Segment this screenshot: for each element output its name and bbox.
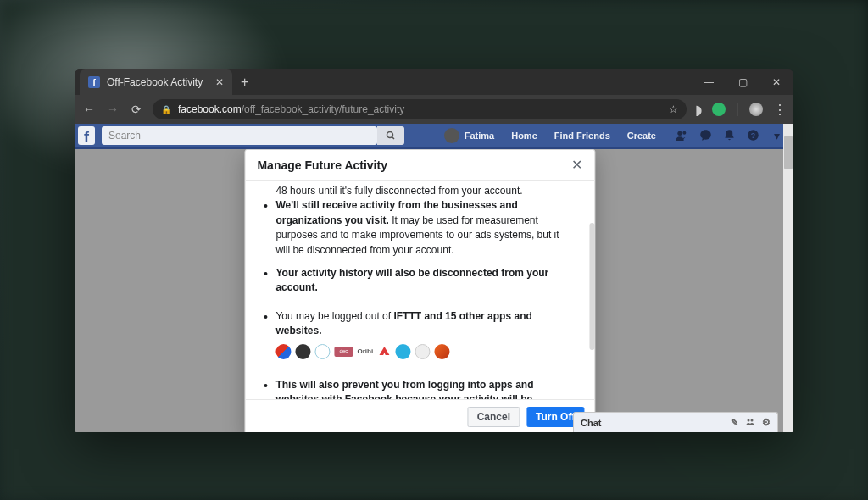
modal-bullet-prevent-login: This will also prevent you from logging … <box>275 378 589 399</box>
app-icon <box>275 344 291 359</box>
notifications-icon[interactable] <box>717 124 741 147</box>
search-input[interactable]: Search <box>102 126 377 145</box>
chat-settings-icon[interactable]: ⚙ <box>762 417 771 429</box>
svg-line-1 <box>392 136 395 139</box>
modal-bullet-logged-out: You may be logged out of IFTTT and 15 ot… <box>275 309 589 359</box>
svg-point-3 <box>682 131 686 134</box>
lock-icon: 🔒 <box>161 105 171 114</box>
facebook-header: f Search Fatima Home Find Friends Create <box>75 124 793 149</box>
search-placeholder: Search <box>108 130 141 142</box>
new-tab-button[interactable]: + <box>241 75 248 90</box>
messages-icon[interactable] <box>693 124 717 147</box>
avatar-icon <box>444 128 459 143</box>
browser-menu-icon[interactable]: ⋮ <box>773 102 787 118</box>
facebook-logo[interactable]: f <box>75 124 98 147</box>
friend-requests-icon[interactable] <box>670 124 693 147</box>
modal-bullet-history-disconnect: Your activity history will also be disco… <box>275 266 589 296</box>
modal-header: Manage Future Activity ✕ <box>245 150 594 181</box>
modal-title: Manage Future Activity <box>257 158 387 172</box>
profile-avatar-icon[interactable] <box>749 103 763 116</box>
nav-create[interactable]: Create <box>619 124 665 147</box>
modal-body: 48 hours until it's fully disconnected f… <box>245 181 594 399</box>
app-icon-oribi: Oribi <box>357 347 373 357</box>
nav-home[interactable]: Home <box>503 124 546 147</box>
browser-titlebar: f Off-Facebook Activity ✕ + — ▢ ✕ <box>75 69 793 95</box>
browser-tab[interactable]: f Off-Facebook Activity ✕ <box>80 69 232 95</box>
chat-compose-icon[interactable]: ✎ <box>731 417 738 429</box>
back-button[interactable]: ← <box>81 103 97 116</box>
chat-people-icon[interactable] <box>745 417 755 429</box>
modal-close-button[interactable]: ✕ <box>571 157 582 173</box>
modal-text-truncated: 48 hours until it's fully disconnected f… <box>257 184 589 198</box>
modal-bullet-receive-activity: We'll still receive activity from the bu… <box>275 198 589 258</box>
manage-future-activity-modal: Manage Future Activity ✕ 48 hours until … <box>244 149 595 432</box>
app-icon <box>314 344 330 359</box>
chat-bar[interactable]: Chat ✎ ⚙ <box>573 412 778 432</box>
url-domain: facebook.com <box>178 103 242 115</box>
help-icon[interactable]: ? <box>741 124 765 147</box>
facebook-favicon-icon: f <box>88 76 100 88</box>
tab-close-icon[interactable]: ✕ <box>215 76 224 88</box>
profile-link[interactable]: Fatima <box>436 124 503 147</box>
chat-label: Chat <box>581 418 601 428</box>
search-button[interactable] <box>377 126 404 145</box>
app-icon <box>434 344 449 359</box>
svg-point-7 <box>751 419 754 421</box>
app-icon <box>395 344 410 359</box>
window-minimize-button[interactable]: — <box>692 69 726 95</box>
extension-icon-1[interactable]: ◗ <box>695 102 702 118</box>
svg-text:?: ? <box>750 131 754 140</box>
app-icons-row: dec Oribi <box>275 344 567 359</box>
window-maximize-button[interactable]: ▢ <box>726 69 760 95</box>
bookmark-star-icon[interactable]: ☆ <box>669 103 678 115</box>
app-icon: dec <box>334 347 353 357</box>
address-bar: ← → ⟳ 🔒 facebook.com/off_facebook_activi… <box>75 95 793 124</box>
profile-name: Fatima <box>465 131 494 141</box>
cancel-button[interactable]: Cancel <box>468 407 520 427</box>
modal-footer: Cancel Turn Off <box>245 399 594 432</box>
window-close-button[interactable]: ✕ <box>760 69 793 95</box>
app-icon <box>415 344 430 359</box>
browser-window: f Off-Facebook Activity ✕ + — ▢ ✕ ← → ⟳ … <box>75 69 793 432</box>
tab-title: Off-Facebook Activity <box>107 76 203 88</box>
app-icon <box>377 345 391 358</box>
svg-point-6 <box>748 419 750 421</box>
forward-button[interactable]: → <box>105 103 120 116</box>
nav-find-friends[interactable]: Find Friends <box>546 124 619 147</box>
svg-point-2 <box>677 131 682 135</box>
url-path: /off_facebook_activity/future_activity <box>242 103 405 115</box>
modal-scrollbar[interactable] <box>589 223 594 350</box>
svg-point-0 <box>387 131 393 137</box>
facebook-content: Manage Future Activity ✕ 48 hours until … <box>75 149 793 432</box>
app-icon <box>295 344 310 359</box>
url-input[interactable]: 🔒 facebook.com/off_facebook_activity/fut… <box>153 99 687 119</box>
extension-icon-2[interactable] <box>712 103 726 116</box>
facebook-page: f Search Fatima Home Find Friends Create <box>75 124 793 432</box>
reload-button[interactable]: ⟳ <box>129 103 144 116</box>
